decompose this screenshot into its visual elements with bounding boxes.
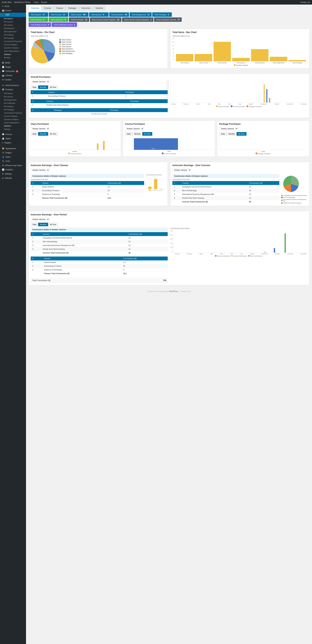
- lms-icon: 🎓: [2, 14, 4, 16]
- sidebar-item-forums[interactable]: 💬 Forums: [0, 132, 26, 136]
- sidebar-item-plugins[interactable]: 🔌 Plugins: [0, 151, 26, 155]
- topbar: ⊞ My Sites WordPress Theme + New Events …: [0, 0, 312, 4]
- earnings-classes-legend: Commission Amount: [146, 190, 166, 191]
- btn-daily-package-purchases[interactable]: Daily: [219, 132, 227, 136]
- sidebar-sub-all-gradings[interactable]: All Gradings: [0, 33, 26, 36]
- table-row: 1Geography & Environmental Science10: [31, 236, 168, 240]
- sidebar-item-wpbakery[interactable]: ⚙ WPBakery Page Builder: [0, 163, 26, 168]
- sidebar-sub2-all-packages[interactable]: All Packages: [0, 108, 26, 111]
- sidebar-item-ultimate[interactable]: ★ Ultimate: [0, 176, 26, 180]
- sidebar-item-comments[interactable]: 💬 Comments 8: [0, 69, 26, 73]
- stat-total-assignments: Total Assignments 11: [130, 12, 152, 17]
- sidebar-sub-settings[interactable]: Settings: [0, 56, 26, 59]
- tab-courses[interactable]: Courses: [42, 6, 54, 10]
- stats-row-3: Total Badges Issued 0 Total Certificates…: [28, 22, 310, 27]
- sidebar-item-events[interactable]: 📅 Events: [0, 8, 26, 13]
- btn-monthly-period[interactable]: Monthly: [38, 223, 48, 226]
- course-purchases-instructor[interactable]: Antawn Jamison: [125, 127, 144, 130]
- course-bar-year-label: 2017: [151, 148, 155, 150]
- overall-purchases-title: Overall Purchases: [31, 76, 307, 78]
- sidebar-sub-statistics[interactable]: Statistics: [0, 53, 26, 56]
- tab-instructors[interactable]: Instructors: [79, 6, 93, 10]
- sidebar-item-topics[interactable]: 📋 Topics: [0, 136, 26, 141]
- pages-icon: 📄: [2, 66, 4, 68]
- sidebar-item-woocommerce[interactable]: 🛒 WooCommerce: [0, 83, 26, 88]
- topbar-wordpress[interactable]: WordPress Theme: [14, 1, 30, 4]
- earnings-classes-instructor[interactable]: Antawn Jamison: [31, 168, 49, 172]
- sidebar-sub-all-courses[interactable]: All Courses: [0, 20, 26, 24]
- sidebar-item-classes[interactable]: 🏫 Classes: [0, 73, 26, 78]
- sidebar-sub-all-classes[interactable]: All Classes: [0, 17, 26, 20]
- sidebar-sub2-statistics[interactable]: Statistics: [0, 124, 26, 128]
- sidebar-sub2-settings[interactable]: Settings: [0, 128, 26, 131]
- earnings-courses-instructor[interactable]: Antawn Jamison: [172, 168, 191, 172]
- btn-alltime-package-purchases[interactable]: All Time: [237, 132, 247, 136]
- package-purchases-chart: [219, 137, 307, 150]
- course-purchases-title: Course Purchases: [125, 123, 213, 125]
- sidebar-sub2-all-certs[interactable]: All Certificates: [0, 102, 26, 105]
- sidebar-sub2-all-classes[interactable]: All Classes: [0, 92, 26, 95]
- btn-monthly-class-purchases[interactable]: Monthly: [38, 132, 48, 136]
- sidebar-sub-course-category[interactable]: Course Category: [0, 43, 26, 46]
- topbar-events[interactable]: Events: [41, 1, 47, 4]
- earnings-period-instructor[interactable]: Antawn Jamison: [31, 218, 49, 221]
- sidebar-sub2-course-cat[interactable]: Course Category: [0, 114, 26, 118]
- sidebar-sub-class-registrations[interactable]: Class Registrations: [0, 50, 26, 53]
- tab-packages[interactable]: Packages: [65, 6, 79, 10]
- btn-monthly-package-purchases[interactable]: Monthly: [227, 132, 237, 136]
- sidebar-item-settings[interactable]: ⚙ Settings: [0, 172, 26, 176]
- btn-alltime-class-purchases[interactable]: All Time: [48, 132, 58, 136]
- tab-classes[interactable]: Classes: [54, 6, 66, 10]
- sidebar-sub2-all-assignments[interactable]: All Assignments: [0, 98, 26, 102]
- stat-courses-under-progress: Total Courses Under Progress 22: [90, 18, 121, 22]
- table-row: 2Accounting & Finance10: [31, 264, 168, 268]
- class-comm-bar-2: [154, 179, 157, 189]
- overall-purchases-instructor-select[interactable]: Antawn Jamison: [31, 80, 49, 84]
- stat-total-lessons: Total Lessons 59: [69, 12, 88, 17]
- package-purchases-instructor[interactable]: Antawn Jamison: [219, 127, 238, 130]
- table-row: 3International Business Management MB12: [172, 192, 279, 196]
- btn-alltime-overall[interactable]: All Time: [48, 86, 58, 89]
- sidebar-sub-all-assignments[interactable]: All Assignments: [0, 30, 26, 33]
- sidebar-item-pages[interactable]: 📄 Pages: [0, 65, 26, 69]
- topbar-sites[interactable]: ⊞ My Sites: [2, 1, 11, 4]
- sidebar-sub-all-packages[interactable]: All Packages: [0, 36, 26, 40]
- sidebar-item-products[interactable]: 📦 Products: [0, 88, 26, 92]
- sidebar-item-media[interactable]: 🖼 Media: [0, 61, 26, 65]
- btn-daily-overall[interactable]: Daily: [31, 86, 38, 89]
- btn-daily-class-purchases[interactable]: Daily: [31, 132, 38, 136]
- sidebar-sub2-all-gradings[interactable]: All Gradings: [0, 105, 26, 108]
- bar-total-lessons: Total Lessons: [214, 42, 231, 64]
- sidebar-item-lms[interactable]: 🎓 LMS: [0, 13, 26, 17]
- sidebar-sub-all-lessons[interactable]: All Lessons: [0, 24, 26, 27]
- btn-daily-course-purchases[interactable]: Daily: [125, 132, 132, 136]
- tab-overview[interactable]: Overview: [28, 6, 42, 10]
- btn-monthly-overall[interactable]: Monthly: [38, 86, 48, 89]
- sidebar-sub-all-questions[interactable]: All Questions: [0, 27, 26, 30]
- btn-alltime-course-purchases[interactable]: All Time: [142, 132, 152, 136]
- sidebar-item-posts[interactable]: ✎ Posts: [0, 4, 26, 8]
- topbar-new[interactable]: + New: [33, 1, 38, 4]
- sidebar-item-analytics[interactable]: 📊 Analytics: [0, 168, 26, 172]
- overall-purchases-chart: 1.00.90.80.70.60.50.40.30.20.10 JanuaryF…: [170, 80, 307, 107]
- btn-alltime-period[interactable]: All Time: [48, 223, 58, 226]
- sidebar-item-users[interactable]: 👤 Users: [0, 155, 26, 159]
- sidebar-item-replies[interactable]: ↩ Replies: [0, 141, 26, 145]
- sidebar-sub2-class-reg[interactable]: Class Registrations: [0, 121, 26, 124]
- sidebar-sub2-all-lessons[interactable]: All Lessons: [0, 95, 26, 98]
- btn-daily-period[interactable]: Daily: [31, 223, 38, 226]
- class-purchases-instructor[interactable]: Antawn Jamison: [31, 127, 49, 130]
- appearance-icon: 🎨: [2, 148, 4, 150]
- sidebar-item-appearance[interactable]: 🎨 Appearance: [0, 146, 26, 151]
- table-footer: Courses Total Commission ($)48: [172, 200, 279, 204]
- tab-students[interactable]: Students: [93, 6, 105, 10]
- footer-wordpress-link[interactable]: WordPress.: [169, 290, 178, 292]
- sidebar-item-contact[interactable]: ✉ Contact: [0, 78, 26, 82]
- sidebar-sub2-comm-payments[interactable]: Commission Payments: [0, 111, 26, 114]
- sidebar-sub-question-category[interactable]: Question Category: [0, 46, 26, 50]
- sidebar-item-tools[interactable]: 🔧 Tools: [0, 159, 26, 163]
- bar-total-packages: Total Packages: [289, 60, 306, 64]
- sidebar-sub-commission-payments[interactable]: Commission Payments: [0, 40, 26, 43]
- btn-monthly-course-purchases[interactable]: Monthly: [132, 132, 142, 136]
- sidebar-sub2-question-cat[interactable]: Question Category: [0, 118, 26, 121]
